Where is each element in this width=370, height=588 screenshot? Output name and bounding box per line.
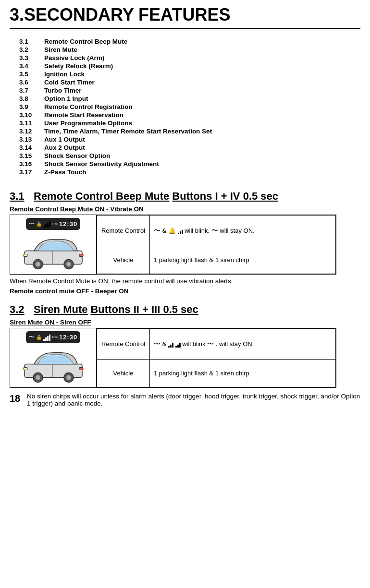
icon-wave-32: 〜 bbox=[154, 340, 160, 348]
toc-item: 3.10Remote Start Reservation bbox=[19, 111, 351, 119]
device-row-31: 〜 🔒 PM 12:30 bbox=[10, 215, 336, 275]
section-31-title: Remote Control Beep Mute bbox=[34, 190, 169, 203]
toc-item: 3.8Option 1 Input bbox=[19, 95, 351, 102]
toc-num: 3.7 bbox=[19, 87, 44, 94]
remote-display-32: 〜 🔒 PM 12:30 bbox=[26, 331, 80, 343]
icon-amp-31: & bbox=[162, 227, 168, 234]
section-32-title: Siren Mute bbox=[34, 303, 87, 316]
toc-label: Shock Sensor Option bbox=[44, 152, 110, 159]
bars-icon-31 bbox=[43, 221, 50, 228]
toc-item: 3.17Z-Pass Touch bbox=[19, 168, 351, 176]
toc-label: Remote Control Registration bbox=[44, 103, 133, 110]
toc-num: 3.8 bbox=[19, 95, 44, 102]
sublabel-32-1: Siren Mute ON - Siren OFF bbox=[10, 319, 360, 326]
toc-num: 3.5 bbox=[19, 71, 44, 78]
toc-item: 3.9Remote Control Registration bbox=[19, 103, 351, 110]
device-row-32: 〜 🔒 PM 12:30 bbox=[10, 328, 336, 388]
toc-item: 3.7Turbo Timer bbox=[19, 87, 351, 94]
table-row: Remote Control 〜 & 🔔 will blink. bbox=[97, 216, 336, 246]
toc-item: 3.15Shock Sensor Option bbox=[19, 152, 351, 159]
toc-num: 3.2 bbox=[19, 46, 44, 53]
toc-item: 3.12Time, Time Alarm, Timer Remote Start… bbox=[19, 128, 351, 135]
page-header: 3.SECONDARY FEATURES bbox=[0, 0, 370, 29]
table-row: Vehicle 1 parking light flash & 1 siren … bbox=[97, 360, 336, 387]
toc-item: 3.5Ignition Lock bbox=[19, 71, 351, 78]
toc-item: 3.2Siren Mute bbox=[19, 46, 351, 53]
icon-bars2-32 bbox=[168, 340, 175, 348]
toc-label: Shock Sensor Sensitivity Adjustment bbox=[44, 160, 159, 168]
pm-text-31: PM bbox=[52, 222, 58, 226]
footer-paragraph-area: 18 No siren chirps will occur unless for… bbox=[10, 393, 360, 407]
icon-vibe-31: 〜 bbox=[154, 227, 160, 234]
toc-item: 3.6Cold Start Timer bbox=[19, 79, 351, 86]
toc-label: User Programmable Options bbox=[44, 120, 132, 127]
svg-rect-13 bbox=[24, 368, 27, 370]
toc-num: 3.13 bbox=[19, 136, 44, 143]
toc-label: Cold Start Timer bbox=[44, 79, 95, 86]
toc-label: Remote Control Beep Mute bbox=[44, 38, 127, 45]
rc-content-32: 〜 & bbox=[150, 329, 336, 360]
section-31-rest: Buttons I + IV 0.5 sec bbox=[172, 190, 278, 203]
section-31-heading: 3.1 Remote Control Beep Mute Buttons I +… bbox=[10, 190, 360, 203]
wave-icon-31: 〜 bbox=[29, 220, 35, 228]
toc-num: 3.4 bbox=[19, 62, 44, 70]
section-31-num: 3.1 bbox=[10, 190, 31, 203]
toc-label: Aux 1 Output bbox=[44, 136, 85, 143]
toc-label: Siren Mute bbox=[44, 46, 77, 53]
toc-num: 3.11 bbox=[19, 120, 44, 127]
toc-num: 3.9 bbox=[19, 103, 44, 110]
svg-rect-5 bbox=[24, 254, 27, 257]
rc-text-32a: will blink bbox=[182, 340, 207, 348]
toc-label: Turbo Timer bbox=[44, 87, 82, 94]
toc-label: Time, Time Alarm, Timer Remote Start Res… bbox=[44, 128, 212, 135]
svg-point-10 bbox=[36, 375, 40, 380]
table-row: Remote Control 〜 & bbox=[97, 329, 336, 360]
svg-rect-8 bbox=[25, 364, 82, 378]
svg-rect-14 bbox=[79, 368, 83, 370]
toc-item: 3.13Aux 1 Output bbox=[19, 136, 351, 143]
toc-item: 3.1Remote Control Beep Mute bbox=[19, 38, 351, 45]
section-32-num: 3.2 bbox=[10, 303, 31, 316]
toc-item: 3.14Aux 2 Output bbox=[19, 144, 351, 151]
icon-bell-31: 🔔 bbox=[168, 227, 176, 234]
lock-icon-31: 🔒 bbox=[36, 221, 42, 227]
sublabel-31-2: Remote control mute OFF - Beeper ON bbox=[10, 288, 360, 295]
toc-num: 3.6 bbox=[19, 79, 44, 86]
rc-content-31: 〜 & 🔔 will blink. 〜 will stay ON. bbox=[150, 216, 336, 246]
rc-text2-31: will stay ON. bbox=[220, 227, 254, 234]
vehicle-label-32: Vehicle bbox=[97, 360, 150, 387]
pm-text-32: PM bbox=[52, 335, 58, 339]
toc-label: Option 1 Input bbox=[44, 95, 88, 102]
toc-num: 3.16 bbox=[19, 160, 44, 168]
icon-wave2-32: 〜 bbox=[207, 340, 214, 348]
device-table-32: Remote Control 〜 & bbox=[97, 328, 336, 387]
svg-rect-6 bbox=[79, 254, 83, 257]
toc: 3.1Remote Control Beep Mute3.2Siren Mute… bbox=[0, 29, 370, 181]
time-text-32: 12:30 bbox=[59, 334, 77, 341]
toc-item: 3.16Shock Sensor Sensitivity Adjustment bbox=[19, 160, 351, 168]
toc-label: Safety Relock (Rearm) bbox=[44, 62, 113, 70]
toc-num: 3.12 bbox=[19, 128, 44, 135]
wave-icon-32: 〜 bbox=[29, 333, 35, 341]
device-image-cell-32: 〜 🔒 PM 12:30 bbox=[10, 328, 97, 387]
car-svg-32 bbox=[20, 346, 87, 384]
toc-num: 3.10 bbox=[19, 111, 44, 119]
remote-display-31: 〜 🔒 PM 12:30 bbox=[26, 218, 80, 230]
sublabel-31-1: Remote Control Beep Mute ON - Vibrate ON bbox=[10, 205, 360, 213]
icon-amp-32: & bbox=[162, 340, 168, 348]
car-svg-31 bbox=[20, 233, 87, 271]
toc-num: 3.1 bbox=[19, 38, 44, 45]
toc-label: Ignition Lock bbox=[44, 71, 85, 78]
bars-icon-32 bbox=[43, 334, 50, 341]
paragraph-31-1: When Remote Control Mute is ON, the remo… bbox=[10, 277, 360, 285]
toc-label: Passive Lock (Arm) bbox=[44, 54, 104, 61]
lock-icon-32: 🔒 bbox=[36, 335, 42, 340]
table-row: Vehicle 1 parking light flash & 1 siren … bbox=[97, 246, 336, 274]
vehicle-label-31: Vehicle bbox=[97, 246, 150, 274]
page-container: 3.SECONDARY FEATURES 3.1Remote Control B… bbox=[0, 0, 370, 407]
svg-point-4 bbox=[66, 262, 71, 267]
toc-label: Remote Start Reservation bbox=[44, 111, 123, 119]
rc-text-32b: . will stay ON. bbox=[216, 340, 254, 348]
svg-point-12 bbox=[66, 375, 71, 380]
vehicle-content-31: 1 parking light flash & 1 siren chirp bbox=[150, 246, 336, 274]
